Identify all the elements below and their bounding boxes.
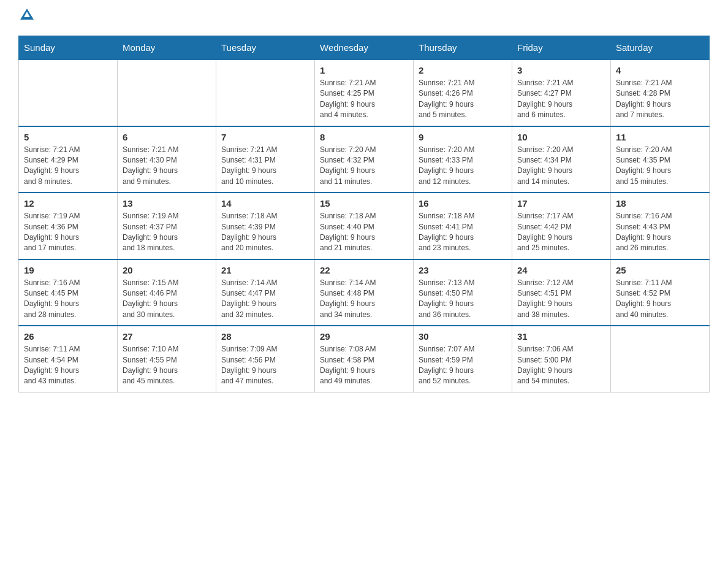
day-number: 12 [24, 198, 112, 209]
day-number: 23 [419, 265, 507, 275]
calendar-cell [216, 59, 315, 126]
day-number: 7 [221, 132, 309, 142]
week-row-5: 26Sunrise: 7:11 AM Sunset: 4:54 PM Dayli… [19, 326, 710, 392]
calendar-cell: 20Sunrise: 7:15 AM Sunset: 4:46 PM Dayli… [118, 259, 216, 326]
calendar-cell: 11Sunrise: 7:20 AM Sunset: 4:35 PM Dayli… [611, 126, 710, 193]
day-info: Sunrise: 7:18 AM Sunset: 4:41 PM Dayligh… [419, 211, 507, 254]
day-info: Sunrise: 7:20 AM Sunset: 4:35 PM Dayligh… [616, 145, 704, 188]
day-number: 11 [616, 132, 704, 142]
day-info: Sunrise: 7:13 AM Sunset: 4:50 PM Dayligh… [419, 278, 507, 321]
calendar-cell: 13Sunrise: 7:19 AM Sunset: 4:37 PM Dayli… [118, 193, 216, 259]
day-info: Sunrise: 7:21 AM Sunset: 4:26 PM Dayligh… [419, 78, 507, 121]
day-number: 16 [419, 198, 507, 209]
calendar-cell [19, 59, 118, 126]
calendar-cell: 27Sunrise: 7:10 AM Sunset: 4:55 PM Dayli… [118, 326, 216, 392]
calendar-cell [118, 59, 216, 126]
day-info: Sunrise: 7:21 AM Sunset: 4:27 PM Dayligh… [517, 78, 605, 121]
week-row-1: 1Sunrise: 7:21 AM Sunset: 4:25 PM Daylig… [19, 59, 710, 126]
day-info: Sunrise: 7:16 AM Sunset: 4:45 PM Dayligh… [24, 278, 112, 321]
day-number: 8 [320, 132, 408, 142]
column-header-wednesday: Wednesday [315, 36, 414, 60]
day-number: 2 [419, 65, 507, 75]
day-number: 26 [24, 331, 112, 342]
day-info: Sunrise: 7:18 AM Sunset: 4:40 PM Dayligh… [320, 211, 408, 254]
column-header-saturday: Saturday [611, 36, 710, 60]
day-info: Sunrise: 7:11 AM Sunset: 4:54 PM Dayligh… [24, 344, 112, 387]
calendar-cell: 31Sunrise: 7:06 AM Sunset: 5:00 PM Dayli… [512, 326, 611, 392]
calendar-cell: 10Sunrise: 7:20 AM Sunset: 4:34 PM Dayli… [512, 126, 611, 193]
column-header-friday: Friday [512, 36, 611, 60]
day-number: 27 [123, 331, 211, 342]
column-header-tuesday: Tuesday [216, 36, 315, 60]
day-number: 6 [123, 132, 211, 142]
day-info: Sunrise: 7:07 AM Sunset: 4:59 PM Dayligh… [419, 344, 507, 387]
day-number: 29 [320, 331, 408, 342]
calendar-cell [611, 326, 710, 392]
calendar-cell: 15Sunrise: 7:18 AM Sunset: 4:40 PM Dayli… [315, 193, 414, 259]
day-number: 25 [616, 265, 704, 275]
day-info: Sunrise: 7:08 AM Sunset: 4:58 PM Dayligh… [320, 344, 408, 387]
calendar-cell: 16Sunrise: 7:18 AM Sunset: 4:41 PM Dayli… [414, 193, 512, 259]
day-info: Sunrise: 7:20 AM Sunset: 4:34 PM Dayligh… [517, 145, 605, 188]
calendar-cell: 24Sunrise: 7:12 AM Sunset: 4:51 PM Dayli… [512, 259, 611, 326]
day-number: 4 [616, 65, 704, 75]
day-info: Sunrise: 7:12 AM Sunset: 4:51 PM Dayligh… [517, 278, 605, 321]
day-number: 15 [320, 198, 408, 209]
calendar-cell: 22Sunrise: 7:14 AM Sunset: 4:48 PM Dayli… [315, 259, 414, 326]
week-row-3: 12Sunrise: 7:19 AM Sunset: 4:36 PM Dayli… [19, 193, 710, 259]
calendar-cell: 1Sunrise: 7:21 AM Sunset: 4:25 PM Daylig… [315, 59, 414, 126]
day-info: Sunrise: 7:14 AM Sunset: 4:47 PM Dayligh… [221, 278, 309, 321]
calendar-cell: 12Sunrise: 7:19 AM Sunset: 4:36 PM Dayli… [19, 193, 118, 259]
day-number: 18 [616, 198, 704, 209]
day-info: Sunrise: 7:16 AM Sunset: 4:43 PM Dayligh… [616, 211, 704, 254]
day-number: 5 [24, 132, 112, 142]
calendar-cell: 7Sunrise: 7:21 AM Sunset: 4:31 PM Daylig… [216, 126, 315, 193]
day-info: Sunrise: 7:21 AM Sunset: 4:31 PM Dayligh… [221, 145, 309, 188]
logo [18, 12, 34, 23]
day-number: 30 [419, 331, 507, 342]
day-number: 17 [517, 198, 605, 209]
column-header-thursday: Thursday [414, 36, 512, 60]
day-number: 28 [221, 331, 309, 342]
day-number: 1 [320, 65, 408, 75]
day-info: Sunrise: 7:10 AM Sunset: 4:55 PM Dayligh… [123, 344, 211, 387]
calendar-cell: 3Sunrise: 7:21 AM Sunset: 4:27 PM Daylig… [512, 59, 611, 126]
calendar-cell: 5Sunrise: 7:21 AM Sunset: 4:29 PM Daylig… [19, 126, 118, 193]
day-number: 10 [517, 132, 605, 142]
calendar-cell: 8Sunrise: 7:20 AM Sunset: 4:32 PM Daylig… [315, 126, 414, 193]
day-info: Sunrise: 7:15 AM Sunset: 4:46 PM Dayligh… [123, 278, 211, 321]
day-info: Sunrise: 7:19 AM Sunset: 4:36 PM Dayligh… [24, 211, 112, 254]
calendar-cell: 9Sunrise: 7:20 AM Sunset: 4:33 PM Daylig… [414, 126, 512, 193]
calendar-cell: 18Sunrise: 7:16 AM Sunset: 4:43 PM Dayli… [611, 193, 710, 259]
calendar-cell: 29Sunrise: 7:08 AM Sunset: 4:58 PM Dayli… [315, 326, 414, 392]
day-number: 9 [419, 132, 507, 142]
day-number: 31 [517, 331, 605, 342]
calendar-cell: 21Sunrise: 7:14 AM Sunset: 4:47 PM Dayli… [216, 259, 315, 326]
day-info: Sunrise: 7:11 AM Sunset: 4:52 PM Dayligh… [616, 278, 704, 321]
page-header [18, 12, 710, 23]
day-number: 22 [320, 265, 408, 275]
column-header-sunday: Sunday [19, 36, 118, 60]
day-number: 3 [517, 65, 605, 75]
day-info: Sunrise: 7:09 AM Sunset: 4:56 PM Dayligh… [221, 344, 309, 387]
calendar-header-row: SundayMondayTuesdayWednesdayThursdayFrid… [19, 36, 710, 60]
day-number: 13 [123, 198, 211, 209]
calendar-cell: 30Sunrise: 7:07 AM Sunset: 4:59 PM Dayli… [414, 326, 512, 392]
calendar-table: SundayMondayTuesdayWednesdayThursdayFrid… [18, 36, 710, 393]
calendar-cell: 17Sunrise: 7:17 AM Sunset: 4:42 PM Dayli… [512, 193, 611, 259]
day-info: Sunrise: 7:21 AM Sunset: 4:30 PM Dayligh… [123, 145, 211, 188]
calendar-cell: 14Sunrise: 7:18 AM Sunset: 4:39 PM Dayli… [216, 193, 315, 259]
calendar-cell: 4Sunrise: 7:21 AM Sunset: 4:28 PM Daylig… [611, 59, 710, 126]
calendar-cell: 6Sunrise: 7:21 AM Sunset: 4:30 PM Daylig… [118, 126, 216, 193]
day-info: Sunrise: 7:19 AM Sunset: 4:37 PM Dayligh… [123, 211, 211, 254]
calendar-cell: 25Sunrise: 7:11 AM Sunset: 4:52 PM Dayli… [611, 259, 710, 326]
day-info: Sunrise: 7:21 AM Sunset: 4:29 PM Dayligh… [24, 145, 112, 188]
calendar-cell: 28Sunrise: 7:09 AM Sunset: 4:56 PM Dayli… [216, 326, 315, 392]
column-header-monday: Monday [118, 36, 216, 60]
day-info: Sunrise: 7:18 AM Sunset: 4:39 PM Dayligh… [221, 211, 309, 254]
calendar-cell: 23Sunrise: 7:13 AM Sunset: 4:50 PM Dayli… [414, 259, 512, 326]
day-number: 24 [517, 265, 605, 275]
day-number: 14 [221, 198, 309, 209]
day-info: Sunrise: 7:20 AM Sunset: 4:32 PM Dayligh… [320, 145, 408, 188]
calendar-cell: 19Sunrise: 7:16 AM Sunset: 4:45 PM Dayli… [19, 259, 118, 326]
